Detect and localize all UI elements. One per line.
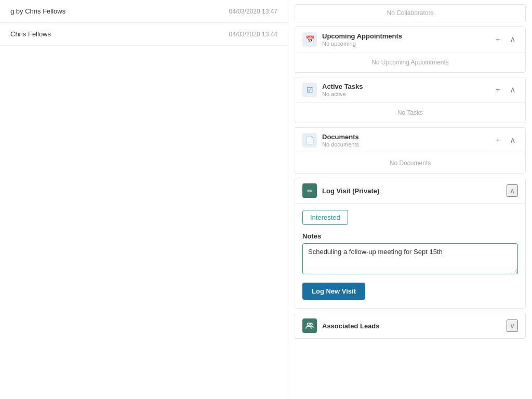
documents-subtitle: No documents [322,141,494,148]
documents-collapse-button[interactable]: ∧ [508,135,518,145]
upcoming-appointments-empty: No Upcoming Appointments [295,52,525,72]
calendar-icon: 📅 [302,32,317,47]
upcoming-appointments-collapse-button[interactable]: ∧ [508,34,518,45]
associated-leads-collapse-button[interactable]: ∨ [507,320,518,332]
notes-label: Notes [302,232,518,240]
active-tasks-add-button[interactable]: + [494,85,502,95]
upcoming-appointments-title-group: Upcoming Appointments No upcoming [322,32,494,47]
activity-panel: g by Chris Fellows 04/03/2020 13:47 Chri… [0,0,288,399]
notes-textarea[interactable]: Scheduling a follow-up meeting for Sept … [302,243,518,274]
associated-leads-title: Associated Leads [322,322,507,330]
documents-title-group: Documents No documents [322,133,494,148]
upcoming-appointments-subtitle: No upcoming [322,41,494,47]
active-tasks-actions: + ∧ [494,85,518,95]
active-tasks-collapse-button[interactable]: ∧ [508,85,518,95]
log-new-visit-button[interactable]: Log New Visit [302,283,365,300]
collaborators-widget: No Collaborators [295,4,526,22]
activity-date: 04/03/2020 13:44 [229,31,277,38]
log-visit-body: Interested Notes Scheduling a follow-up … [295,203,525,308]
associated-leads-header: Associated Leads ∨ [295,313,525,338]
documents-widget: 📄 Documents No documents + ∧ No Document… [295,127,526,174]
upcoming-appointments-widget: 📅 Upcoming Appointments No upcoming + ∧ … [295,26,526,73]
active-tasks-subtitle: No active [322,91,494,97]
svg-point-1 [310,323,312,325]
upcoming-appointments-actions: + ∧ [494,34,518,45]
right-panel: No Collaborators 📅 Upcoming Appointments… [288,0,532,399]
activity-text: g by Chris Fellows [10,7,65,15]
documents-empty: No Documents [295,153,525,173]
log-visit-header: ✏ Log Visit (Private) ∧ [295,178,525,203]
log-visit-collapse-button[interactable]: ∧ [507,184,518,197]
interested-status-button[interactable]: Interested [302,210,348,225]
tasks-icon: ☑ [302,83,317,97]
activity-row: g by Chris Fellows 04/03/2020 13:47 [0,0,288,23]
active-tasks-title-group: Active Tasks No active [322,83,494,97]
upcoming-appointments-add-button[interactable]: + [494,34,502,45]
documents-icon: 📄 [302,133,317,148]
log-visit-widget: ✏ Log Visit (Private) ∧ Interested Notes… [295,178,526,309]
documents-title: Documents [322,133,494,141]
no-collaborators-label: No Collaborators [295,5,525,22]
associated-leads-title-group: Associated Leads [322,322,507,330]
activity-date: 04/03/2020 13:47 [229,8,277,15]
documents-actions: + ∧ [494,135,518,145]
documents-header: 📄 Documents No documents + ∧ [295,128,525,153]
activity-row: Chris Fellows 04/03/2020 13:44 [0,23,288,46]
activity-text: Chris Fellows [10,30,51,38]
associated-leads-icon [302,318,317,333]
upcoming-appointments-header: 📅 Upcoming Appointments No upcoming + ∧ [295,27,525,52]
active-tasks-empty: No Tasks [295,102,525,123]
upcoming-appointments-title: Upcoming Appointments [322,32,494,40]
svg-point-0 [308,323,310,326]
log-visit-title: Log Visit (Private) [322,187,507,195]
active-tasks-header: ☑ Active Tasks No active + ∧ [295,77,525,102]
associated-leads-widget: Associated Leads ∨ [295,313,526,339]
documents-add-button[interactable]: + [494,135,502,145]
active-tasks-widget: ☑ Active Tasks No active + ∧ No Tasks [295,77,526,123]
log-visit-icon: ✏ [302,183,317,198]
active-tasks-title: Active Tasks [322,83,494,90]
